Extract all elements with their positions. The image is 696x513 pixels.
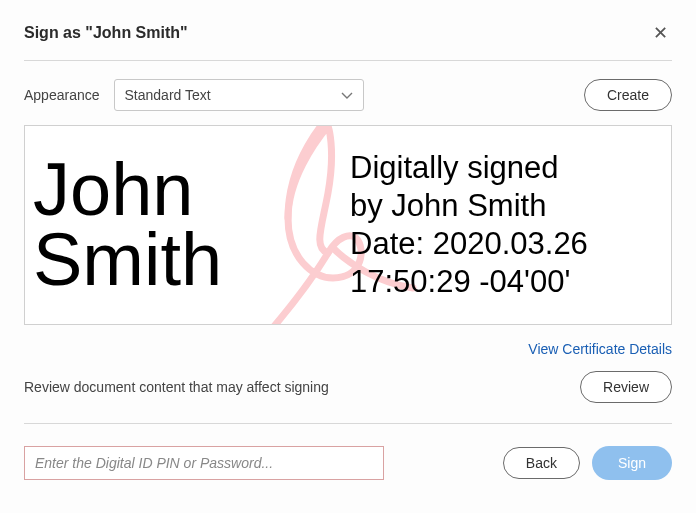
pin-input[interactable] <box>24 446 384 480</box>
action-row: Back Sign <box>24 446 672 480</box>
dialog-title: Sign as "John Smith" <box>24 24 188 42</box>
appearance-selected: Standard Text <box>125 87 211 103</box>
signature-name: John Smith <box>25 126 350 324</box>
appearance-label: Appearance <box>24 87 100 103</box>
review-button[interactable]: Review <box>580 371 672 403</box>
close-icon[interactable]: ✕ <box>649 20 672 46</box>
signature-preview: John Smith Digitally signed by John Smit… <box>24 125 672 325</box>
review-row: Review document content that may affect … <box>24 371 672 424</box>
appearance-dropdown[interactable]: Standard Text <box>114 79 364 111</box>
chevron-down-icon <box>341 87 353 103</box>
view-certificate-link[interactable]: View Certificate Details <box>528 341 672 357</box>
signature-details: Digitally signed by John Smith Date: 202… <box>350 126 671 324</box>
appearance-row: Appearance Standard Text Create <box>24 79 672 111</box>
review-message: Review document content that may affect … <box>24 379 329 395</box>
create-button[interactable]: Create <box>584 79 672 111</box>
sign-button[interactable]: Sign <box>592 446 672 480</box>
cert-link-row: View Certificate Details <box>24 341 672 357</box>
dialog-header: Sign as "John Smith" ✕ <box>24 20 672 61</box>
back-button[interactable]: Back <box>503 447 580 479</box>
